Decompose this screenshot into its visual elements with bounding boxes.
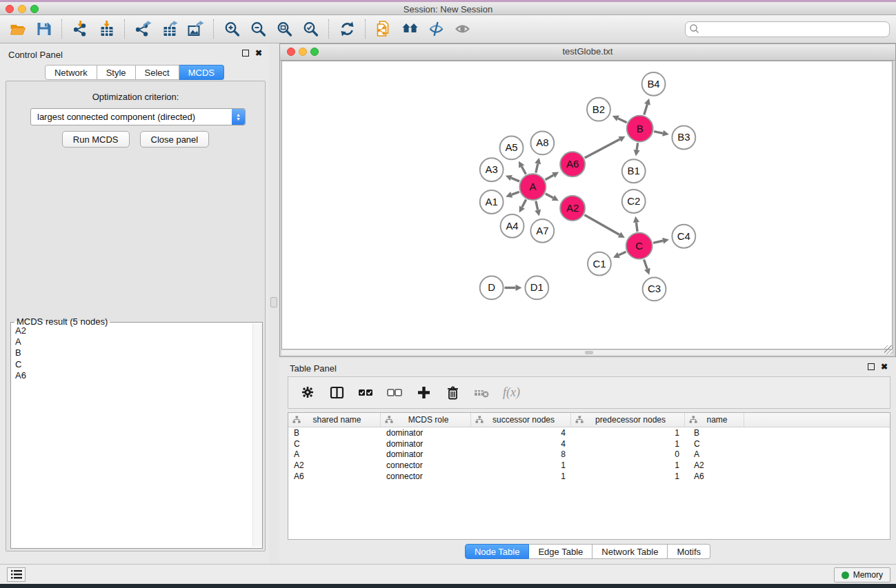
edge-A-A7[interactable] <box>536 201 538 210</box>
table-cell[interactable]: 1 <box>471 472 571 481</box>
edge-A-A4[interactable] <box>522 200 526 207</box>
edge-C-C2[interactable] <box>636 223 637 232</box>
edge-A-A5[interactable] <box>521 167 526 174</box>
mcds-result-item[interactable]: A <box>11 336 252 347</box>
column-header-predecessor-nodes[interactable]: predecessor nodes <box>571 413 685 427</box>
column-header-name[interactable]: name <box>685 413 744 427</box>
save-button[interactable] <box>30 17 57 41</box>
unselect-all-columns-button[interactable] <box>387 385 403 401</box>
network-hscrollbar[interactable] <box>281 350 893 355</box>
run-mcds-button[interactable]: Run MCDS <box>62 131 130 148</box>
mcds-result-list[interactable]: A2ABCA6 <box>11 325 252 548</box>
split-pane-divider[interactable] <box>269 43 279 564</box>
show-graphics-button[interactable] <box>449 17 475 41</box>
table-cell[interactable]: 0 <box>571 449 685 459</box>
export-image-button[interactable] <box>182 17 208 41</box>
divider-handle[interactable] <box>270 297 277 307</box>
tab-select[interactable]: Select <box>136 65 179 80</box>
add-column-button[interactable] <box>416 385 432 401</box>
edge-B-B2[interactable] <box>618 119 627 123</box>
tab-network-table[interactable]: Network Table <box>593 544 668 559</box>
edge-A-A3[interactable] <box>511 178 519 181</box>
table-cell[interactable]: 1 <box>571 439 685 449</box>
settings-gear-button[interactable] <box>300 385 316 401</box>
hide-graphics-button[interactable] <box>423 17 449 41</box>
table-row[interactable]: A6connector11A6 <box>288 471 890 482</box>
float-table-panel-icon[interactable] <box>868 363 875 370</box>
table-cell[interactable]: 4 <box>471 439 571 449</box>
tab-network[interactable]: Network <box>45 65 97 80</box>
edge-A-A1[interactable] <box>512 192 519 194</box>
tab-edge-table[interactable]: Edge Table <box>529 544 593 559</box>
edge-A-A6[interactable] <box>546 175 554 180</box>
table-cell[interactable]: C <box>685 439 744 449</box>
import-table-button[interactable] <box>93 17 119 41</box>
table-row[interactable]: Adominator80A <box>288 449 890 460</box>
split-columns-button[interactable] <box>329 385 345 401</box>
table-cell[interactable]: A2 <box>685 460 744 470</box>
tab-style[interactable]: Style <box>97 65 136 80</box>
table-cell[interactable]: dominator <box>381 439 471 449</box>
mcds-result-item[interactable]: A6 <box>11 370 252 381</box>
export-table-button[interactable] <box>156 17 182 41</box>
mcds-result-item[interactable]: A2 <box>11 325 252 336</box>
table-cell[interactable]: 1 <box>571 460 685 470</box>
edge-C-C1[interactable] <box>619 252 626 255</box>
column-header-successor-nodes[interactable]: successor nodes <box>471 413 571 427</box>
table-cell[interactable]: A <box>685 449 744 459</box>
network-canvas[interactable]: A5A8A3A1A4A7AA6A2B2B4BB3B1C2C4CC1C3DD1 <box>281 61 893 349</box>
table-cell[interactable]: B <box>288 428 381 438</box>
table-row[interactable]: Bdominator41B <box>288 427 890 438</box>
zoom-in-button[interactable] <box>219 17 245 41</box>
column-header-MCDS-role[interactable]: MCDS role <box>381 413 471 427</box>
table-cell[interactable]: B <box>685 428 744 438</box>
open-file-button[interactable] <box>4 17 30 41</box>
edge-C-C3[interactable] <box>644 259 648 269</box>
table-cell[interactable]: dominator <box>381 449 471 459</box>
mcds-result-item[interactable]: C <box>11 359 252 370</box>
memory-button[interactable]: Memory <box>834 567 890 582</box>
table-cell[interactable]: 1 <box>471 460 571 470</box>
zoom-selected-button[interactable] <box>297 17 323 41</box>
close-panel-button[interactable]: Close panel <box>140 131 210 148</box>
refresh-button[interactable] <box>334 17 360 41</box>
network-window-titlebar[interactable]: testGlobe.txt <box>280 44 895 61</box>
edge-B-B3[interactable] <box>654 132 663 134</box>
float-panel-icon[interactable] <box>242 50 249 57</box>
table-cell[interactable]: A <box>288 449 381 459</box>
tab-mcds[interactable]: MCDS <box>179 65 224 80</box>
edge-A2-C[interactable] <box>584 215 619 235</box>
edge-A-A2[interactable] <box>546 194 553 198</box>
table-cell[interactable]: 1 <box>571 428 685 438</box>
table-cell[interactable]: connector <box>381 460 471 470</box>
table-row[interactable]: A2connector11A2 <box>288 460 890 471</box>
close-panel-icon[interactable]: ✖ <box>255 50 262 57</box>
table-cell[interactable]: A6 <box>685 472 744 481</box>
table-cell[interactable]: 1 <box>571 472 685 481</box>
resize-grip-icon[interactable] <box>884 345 893 354</box>
delete-column-button[interactable] <box>445 385 461 401</box>
criterion-select[interactable]: largest connected component (directed) ▲… <box>30 108 246 125</box>
result-scrollbar[interactable] <box>252 324 262 547</box>
close-table-panel-icon[interactable]: ✖ <box>881 363 888 370</box>
table-cell[interactable]: 4 <box>471 428 571 438</box>
edge-A-A8[interactable] <box>536 164 538 173</box>
task-history-button[interactable] <box>7 567 26 582</box>
search-input[interactable] <box>700 23 889 35</box>
table-cell[interactable]: dominator <box>381 428 471 438</box>
tab-node-table[interactable]: Node Table <box>465 544 530 559</box>
export-network-button[interactable] <box>130 17 156 41</box>
select-all-columns-button[interactable] <box>358 385 374 401</box>
search-field[interactable] <box>685 21 890 37</box>
duplicate-network-button[interactable] <box>370 17 397 41</box>
edge-C-C4[interactable] <box>653 241 663 243</box>
edge-B-B4[interactable] <box>644 104 648 114</box>
edge-B-B1[interactable] <box>637 143 638 150</box>
home-button[interactable] <box>397 17 423 41</box>
import-network-button[interactable] <box>67 17 93 41</box>
table-row[interactable]: Cdominator41C <box>288 438 890 449</box>
network-graph[interactable]: A5A8A3A1A4A7AA6A2B2B4BB3B1C2C4CC1C3DD1 <box>282 61 892 349</box>
zoom-fit-button[interactable] <box>271 17 297 41</box>
mcds-result-item[interactable]: B <box>11 347 252 358</box>
tab-motifs[interactable]: Motifs <box>668 544 710 559</box>
